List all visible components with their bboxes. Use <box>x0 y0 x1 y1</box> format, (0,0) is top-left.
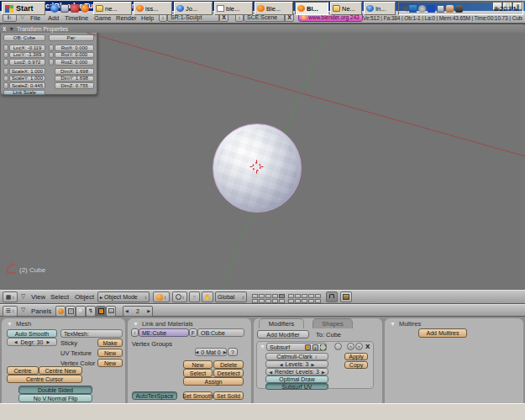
quick-launch-ie-icon[interactable] <box>50 4 59 13</box>
mode-dropdown[interactable]: ▸ Object Mode ↕ <box>97 291 150 302</box>
shading-context-icon[interactable] <box>76 306 86 317</box>
modifier-name-field[interactable]: Subsurf + <box>266 343 327 351</box>
lock-icon[interactable] <box>3 59 8 66</box>
task-button[interactable]: Ne... <box>330 2 362 15</box>
layer-button[interactable] <box>279 299 285 303</box>
tray-icon-messenger[interactable] <box>409 5 417 13</box>
set-solid-button[interactable]: Set Solid <box>213 391 244 400</box>
layer-button[interactable] <box>252 294 258 298</box>
manipulator-hand-icon[interactable]: ✋ <box>202 291 213 302</box>
pivot-dropdown[interactable]: ↕ <box>172 291 187 302</box>
layer-button[interactable] <box>308 294 314 298</box>
menu-timeline[interactable]: Timeline <box>65 14 88 22</box>
lock-icon[interactable] <box>3 45 8 51</box>
task-button[interactable]: ne... <box>93 2 132 15</box>
subdivision-type-dropdown[interactable]: Catmull-Clark↕ <box>265 353 328 360</box>
dimy-field[interactable]: DimY: 1.698 <box>55 76 94 82</box>
editor-type-button[interactable]: ▦↕ <box>3 291 18 302</box>
copy-modifier-button[interactable]: Copy <box>344 361 368 369</box>
tray-icon-update[interactable] <box>418 5 426 13</box>
task-button[interactable]: iss... <box>134 2 172 15</box>
task-button[interactable]: Ble... <box>255 2 293 15</box>
dimx-field[interactable]: DimX: 1.698 <box>55 68 94 75</box>
panel-expand-icon[interactable]: ▼ <box>390 321 396 327</box>
layer-button[interactable] <box>265 299 271 303</box>
manipulator-toggle[interactable]: ⁙ <box>189 291 200 302</box>
panel-collapse-icon[interactable]: ▼ <box>8 26 14 32</box>
modifier-delete-icon[interactable]: X <box>365 343 370 350</box>
menu-select[interactable]: Select <box>50 293 69 301</box>
roty-field[interactable]: RotY: 0.000 <box>55 52 94 59</box>
quick-launch-desktop-icon[interactable] <box>60 4 69 13</box>
lock-icon[interactable] <box>49 52 54 59</box>
object-context-icon[interactable]: ↯ <box>86 306 96 317</box>
quick-launch-icon[interactable] <box>71 4 79 13</box>
auto-smooth-toggle[interactable]: Auto Smooth <box>7 329 57 338</box>
locy-field[interactable]: LocY: -1.369 <box>9 52 45 59</box>
menu-help[interactable]: Help <box>141 14 154 22</box>
layer-button[interactable] <box>308 299 314 303</box>
panel-close-icon[interactable]: X <box>3 26 6 32</box>
locx-field[interactable]: LocX: -0.119 <box>9 45 45 51</box>
tray-icon-network[interactable] <box>428 5 435 13</box>
rotx-field[interactable]: RotX: 0.000 <box>55 45 94 51</box>
3d-viewport[interactable]: X ▼ Transform Properties OB: Cube Par: L… <box>0 24 525 290</box>
start-button[interactable]: Start <box>2 2 45 15</box>
subsurf-uv-toggle[interactable]: Subsurf UV <box>265 383 328 390</box>
fake-user-button[interactable]: F <box>189 328 197 337</box>
task-button-active[interactable]: Bl... <box>295 2 328 15</box>
menu-render[interactable]: Render <box>116 14 137 22</box>
render-preview-button[interactable] <box>340 291 352 302</box>
scalez-field[interactable]: ScaleZ: 0.445 <box>9 82 45 89</box>
layer-button[interactable] <box>265 294 271 298</box>
vgroup-assign-button[interactable]: Assign <box>183 377 244 386</box>
double-sided-toggle[interactable]: Double Sided <box>18 386 92 394</box>
header-collapse-icon[interactable]: ▽ <box>21 307 25 313</box>
editor-type-button[interactable]: ☰↕ <box>3 306 18 317</box>
levels-stepper[interactable]: ◀Levels: 3▶ <box>265 360 328 368</box>
object-name-field[interactable]: OB:Cube <box>197 328 244 337</box>
vgroup-deselect-button[interactable]: Deselect <box>213 369 244 377</box>
layer-button[interactable] <box>295 294 301 298</box>
camera-icon[interactable] <box>455 5 463 13</box>
editing-context-icon-active[interactable] <box>96 306 106 317</box>
menu-add[interactable]: Add <box>48 14 59 22</box>
layer-button[interactable] <box>288 299 294 303</box>
layer-button-active[interactable] <box>279 294 285 298</box>
layer-button[interactable] <box>295 299 301 303</box>
context-stepper[interactable]: ◀2▶ <box>123 306 153 317</box>
material-help-button[interactable]: ? <box>228 348 238 356</box>
menu-file[interactable]: File <box>30 14 40 22</box>
layer-button[interactable] <box>302 294 307 298</box>
taskbar-clock[interactable]: 8:20 PM <box>494 5 519 13</box>
speaker-icon[interactable] <box>402 5 407 12</box>
lock-icon[interactable] <box>3 52 8 59</box>
modifier-move-up-button[interactable]: ˄ <box>347 343 354 350</box>
scaley-field[interactable]: ScaleY: 1.000 <box>9 76 45 82</box>
modifier-radio-button[interactable] <box>334 343 342 350</box>
modifier-render-icon[interactable] <box>305 344 311 350</box>
draw-type-dropdown[interactable]: ↕ <box>153 291 170 302</box>
link-scale-button[interactable]: Link Scale <box>3 90 45 95</box>
menu-object[interactable]: Object <box>75 293 94 301</box>
modifier-move-down-button[interactable]: ˅ <box>355 343 363 350</box>
panel-expand-icon[interactable]: ▼ <box>7 321 13 327</box>
lock-layers-button[interactable] <box>326 291 338 302</box>
lock-icon[interactable] <box>3 82 8 89</box>
tab-shapes[interactable]: Shapes <box>312 318 353 328</box>
task-button[interactable]: In... <box>364 2 396 15</box>
add-multires-button[interactable]: Add Multires <box>418 328 467 338</box>
scene-context-icon[interactable] <box>106 306 116 317</box>
centre-cursor-button[interactable]: Centre Cursor <box>7 375 82 383</box>
centre-new-button[interactable]: Centre New <box>39 366 82 375</box>
modifier-display-icon[interactable] <box>320 344 326 350</box>
lock-icon[interactable] <box>49 45 54 51</box>
menu-view[interactable]: View <box>31 293 45 301</box>
vgroup-new-button[interactable]: New <box>183 360 213 369</box>
task-button[interactable]: ble... <box>214 2 253 15</box>
layer-button[interactable] <box>288 294 294 298</box>
modifier-expand-icon[interactable]: ▼ <box>260 344 265 349</box>
menu-game[interactable]: Game <box>94 14 111 22</box>
new-vertex-color-button[interactable]: New <box>97 359 123 367</box>
layer-button[interactable] <box>315 299 321 303</box>
